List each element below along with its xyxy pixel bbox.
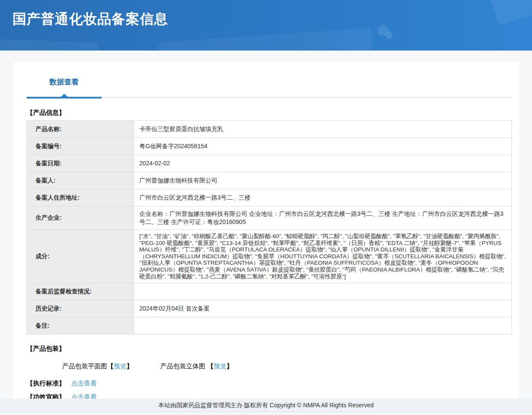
packaging-3d-view: 产品包装立体图 【预览】 [160, 362, 233, 370]
row-value-manufacturer: 企业名称：广州普伽娜生物科技有限公司 企业地址：广州市白云区龙河西北横一路3号二… [134, 206, 512, 230]
bracket-close: 】 [226, 362, 233, 370]
row-value-history: 2024年02月04日 首次备案 [134, 300, 512, 317]
product-info-table: 产品名称: 卡蒂仙三型胶原蛋白抗皱填充乳 备案编号: 粤G妆网备字2024058… [27, 120, 512, 334]
row-label-manufacturer: 生产企业: [27, 206, 134, 230]
header-banner: 国产普通化妆品备案信息 [0, 0, 532, 51]
row-value-filing-date: 2024-02-02 [134, 155, 512, 172]
tab-data-view[interactable]: 数据查看 [27, 76, 102, 98]
row-value-product-name: 卡蒂仙三型胶原蛋白抗皱填充乳 [134, 121, 512, 138]
packaging-3d-view-label: 产品包装立体图 [160, 362, 207, 370]
banner-decoration-corner [490, 0, 532, 26]
row-label-product-name: 产品名称: [27, 121, 134, 138]
row-label-ingredients: 成分: [27, 230, 134, 283]
bracket-close: 】 [126, 362, 133, 370]
row-label-supervision: 备案后监督检查情况: [27, 283, 134, 300]
row-value-filing-number: 粤G妆网备字2024058154 [134, 138, 512, 155]
bracket-open: 【 [207, 362, 213, 370]
bracket-open: 【 [107, 362, 114, 370]
row-value-filer-address: 广州市白云区龙河西北横一路3号二、三楼 [134, 189, 512, 206]
packaging-3d-preview-link[interactable]: 预览 [213, 362, 226, 370]
page-title: 国产普通化妆品备案信息 [12, 10, 168, 29]
tab-data-view-label: 数据查看 [50, 77, 79, 87]
banner-decoration-blob [157, 28, 374, 51]
table-row: 备案人: 广州普伽娜生物科技有限公司 [27, 172, 512, 189]
table-row: 成分: ["水", "甘油", "矿油", "棕榈酸乙基己酯", "聚山梨醇酯-… [27, 230, 512, 283]
table-row: 历史记录: 2024年02月04日 首次备案 [27, 300, 512, 317]
execution-standard-row: 【执行标准】 点击查看 [27, 379, 512, 388]
table-row: 产品名称: 卡蒂仙三型胶原蛋白抗皱填充乳 [27, 121, 512, 138]
row-label-filing-date: 备案日期: [27, 155, 134, 172]
table-row: 备案后监督检查情况: [27, 283, 512, 300]
tab-active-arrow [61, 94, 68, 97]
packaging-flat-preview-link[interactable]: 预览 [114, 362, 126, 370]
table-row: 备案人住所地址: 广州市白云区龙河西北横一路3号二、三楼 [27, 189, 512, 206]
tab-active-underline [27, 97, 102, 99]
row-value-ingredients: ["水", "甘油", "矿油", "棕榈酸乙基己酯", "聚山梨醇酯-60",… [134, 230, 512, 283]
section-title-product-info: 【产品信息】 [27, 109, 512, 117]
packaging-flat-view-label: 产品包装平面图 [62, 362, 107, 370]
row-value-filer: 广州普伽娜生物科技有限公司 [134, 172, 512, 189]
row-value-supervision [134, 283, 512, 300]
banner-decoration-left [0, 39, 99, 51]
table-row: 备案编号: 粤G妆网备字2024058154 [27, 138, 512, 155]
section-title-packaging: 【产品包装】 [27, 345, 512, 353]
footer: 本站由国家药品监督管理局主办 版权所有 Copyright © NMPA All… [0, 399, 532, 412]
banner-decoration-circle-small [385, 32, 393, 39]
footer-sub-strip [0, 412, 532, 415]
execution-standard-view-link[interactable]: 点击查看 [71, 379, 97, 388]
row-label-filer-address: 备案人住所地址: [27, 189, 134, 206]
packaging-flat-view: 产品包装平面图【预览】 [62, 362, 133, 370]
table-row: 生产企业: 企业名称：广州普伽娜生物科技有限公司 企业地址：广州市白云区龙河西北… [27, 206, 512, 230]
row-label-filing-number: 备案编号: [27, 138, 134, 155]
table-row: 备注: [27, 317, 512, 334]
row-label-filer: 备案人: [27, 172, 134, 189]
row-label-history: 历史记录: [27, 300, 134, 317]
section-title-execution-standard: 【执行标准】 [27, 379, 65, 388]
content-card: 数据查看 【产品信息】 产品名称: 卡蒂仙三型胶原蛋白抗皱填充乳 备案编号: 粤… [13, 62, 519, 399]
row-value-remarks [134, 317, 512, 334]
row-label-remarks: 备注: [27, 317, 134, 334]
tab-bar: 数据查看 [27, 62, 512, 98]
packaging-preview-row: 产品包装平面图【预览】 产品包装立体图 【预览】 [27, 362, 512, 370]
table-row: 备案日期: 2024-02-02 [27, 155, 512, 172]
footer-copyright-text: 本站由国家药品监督管理局主办 版权所有 Copyright © NMPA All… [158, 402, 373, 409]
